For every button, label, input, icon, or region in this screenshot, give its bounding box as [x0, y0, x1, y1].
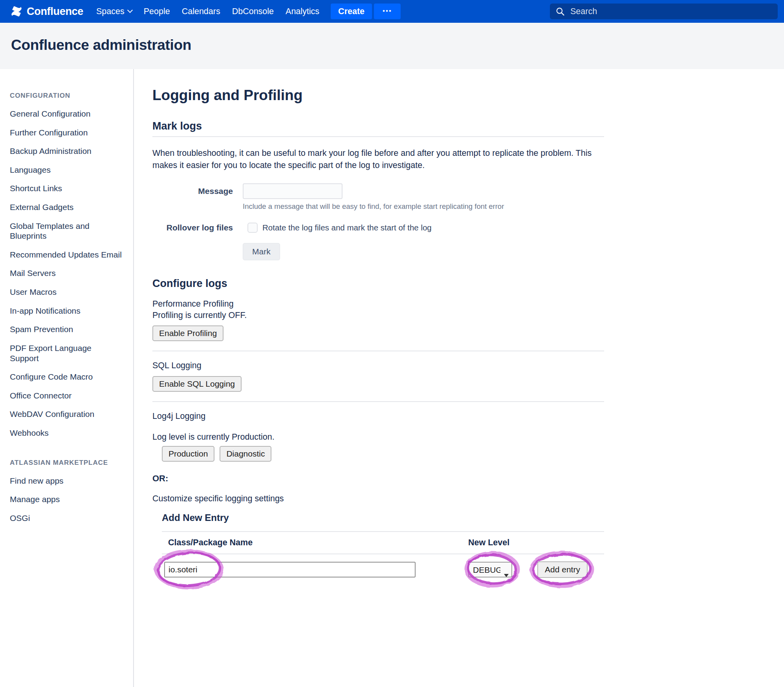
sidebar-item-webhooks[interactable]: Webhooks — [10, 424, 122, 442]
sidebar-item-in-app-notifications[interactable]: In-app Notifications — [10, 301, 122, 320]
add-entry-button[interactable]: Add entry — [537, 561, 588, 578]
sql-logging-title: SQL Logging — [152, 361, 604, 371]
sidebar-item-manage-apps[interactable]: Manage apps — [10, 490, 122, 509]
production-button[interactable]: Production — [162, 446, 214, 462]
add-entry-table: Class/Package Name New Level DEBUG — [162, 531, 604, 585]
sidebar-section-configuration: CONFIGURATION General Configuration Furt… — [10, 92, 122, 442]
search-box[interactable] — [550, 4, 778, 19]
divider — [152, 351, 604, 351]
performance-profiling-title: Performance Profiling — [152, 299, 604, 309]
nav-people[interactable]: People — [138, 0, 176, 23]
more-button[interactable]: ••• — [374, 4, 401, 19]
sidebar-item-global-templates[interactable]: Global Templates and Blueprints — [10, 217, 122, 245]
sidebar-item-find-new-apps[interactable]: Find new apps — [10, 471, 122, 490]
main-content: Logging and Profiling Mark logs When tro… — [134, 69, 604, 687]
sidebar-section-marketplace: ATLASSIAN MARKETPLACE Find new apps Mana… — [10, 459, 122, 528]
mark-logs-description: When troubleshooting, it can be useful t… — [152, 147, 604, 172]
divider — [152, 401, 604, 402]
page-title: Logging and Profiling — [152, 87, 604, 104]
log-level-status-text: Log level is currently Production. — [152, 432, 604, 442]
rollover-label: Rollover log files — [152, 223, 233, 232]
sidebar-item-further-configuration[interactable]: Further Configuration — [10, 123, 122, 142]
message-help-text: Include a message that will be easy to f… — [243, 202, 604, 211]
column-header-new-level: New Level — [468, 538, 537, 548]
admin-sidebar: CONFIGURATION General Configuration Furt… — [0, 69, 134, 687]
chevron-down-icon — [127, 7, 133, 13]
sidebar-heading-marketplace: ATLASSIAN MARKETPLACE — [10, 459, 122, 467]
search-input[interactable] — [570, 6, 773, 17]
customize-logging-text: Customize specific logging settings — [152, 494, 604, 504]
profiling-status-text: Profiling is currently OFF. — [152, 311, 604, 320]
nav-analytics[interactable]: Analytics — [280, 0, 325, 23]
message-label: Message — [152, 186, 233, 196]
confluence-logo-icon — [10, 5, 23, 18]
log4j-logging-title: Log4j Logging — [152, 411, 604, 421]
sidebar-item-spam-prevention[interactable]: Spam Prevention — [10, 320, 122, 339]
new-level-select[interactable]: DEBUG — [468, 562, 512, 577]
class-package-input[interactable] — [164, 562, 416, 577]
add-entry-row: DEBUG Add entry — [162, 554, 604, 585]
page-header: Confluence administration — [0, 23, 784, 69]
add-new-entry-heading: Add New Entry — [162, 512, 604, 523]
sidebar-item-languages[interactable]: Languages — [10, 161, 122, 179]
page-header-title: Confluence administration — [11, 37, 773, 53]
divider — [152, 136, 604, 137]
sidebar-item-mail-servers[interactable]: Mail Servers — [10, 264, 122, 283]
sidebar-item-user-macros[interactable]: User Macros — [10, 283, 122, 301]
nav-calendars[interactable]: Calendars — [176, 0, 226, 23]
mark-logs-heading: Mark logs — [152, 120, 604, 132]
create-button[interactable]: Create — [331, 4, 372, 19]
sidebar-item-backup-administration[interactable]: Backup Administration — [10, 142, 122, 161]
search-icon — [555, 6, 565, 16]
sidebar-item-external-gadgets[interactable]: External Gadgets — [10, 198, 122, 217]
sidebar-item-osgi[interactable]: OSGi — [10, 509, 122, 528]
mark-button[interactable]: Mark — [243, 243, 280, 260]
rollover-checkbox-label: Rotate the log files and mark the start … — [262, 223, 432, 232]
rollover-checkbox[interactable] — [247, 223, 258, 233]
sidebar-item-configure-code-macro[interactable]: Configure Code Macro — [10, 367, 122, 386]
confluence-logo[interactable]: Confluence — [10, 5, 83, 18]
sidebar-item-office-connector[interactable]: Office Connector — [10, 386, 122, 405]
column-header-class-package: Class/Package Name — [162, 538, 468, 548]
sidebar-item-general-configuration[interactable]: General Configuration — [10, 104, 122, 123]
brand-name: Confluence — [27, 5, 83, 18]
sidebar-item-recommended-updates-email[interactable]: Recommended Updates Email — [10, 245, 122, 264]
enable-sql-logging-button[interactable]: Enable SQL Logging — [152, 376, 242, 392]
or-label: OR: — [152, 473, 604, 484]
diagnostic-button[interactable]: Diagnostic — [220, 446, 271, 462]
configure-logs-heading: Configure logs — [152, 278, 604, 290]
message-input[interactable] — [243, 183, 343, 199]
sidebar-item-webdav-configuration[interactable]: WebDAV Configuration — [10, 405, 122, 424]
nav-spaces[interactable]: Spaces — [90, 0, 138, 23]
sidebar-item-pdf-export-language-support[interactable]: PDF Export Language Support — [10, 339, 122, 367]
top-nav: Confluence Spaces People Calendars DbCon… — [0, 0, 784, 23]
enable-profiling-button[interactable]: Enable Profiling — [152, 325, 223, 341]
sidebar-heading-configuration: CONFIGURATION — [10, 92, 122, 100]
nav-dbconsole[interactable]: DbConsole — [226, 0, 280, 23]
sidebar-item-shortcut-links[interactable]: Shortcut Links — [10, 179, 122, 198]
